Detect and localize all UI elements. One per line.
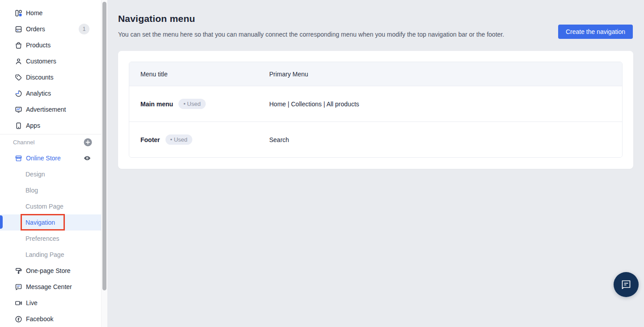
products-icon bbox=[15, 42, 22, 49]
sidebar-item-label: Live bbox=[26, 299, 38, 306]
orders-count-badge: 1 bbox=[79, 24, 89, 34]
navigation-menu-card: Menu title Primary Menu Main menu • Used… bbox=[118, 51, 633, 169]
message-icon bbox=[15, 283, 22, 291]
sidebar-item-message-center[interactable]: Message Center bbox=[0, 279, 101, 295]
table-header-row: Menu title Primary Menu bbox=[129, 62, 622, 86]
sidebar-item-label: Online Store bbox=[26, 155, 61, 162]
sidebar-item-label: Products bbox=[26, 42, 51, 49]
sidebar-item-orders[interactable]: Orders 1 bbox=[0, 21, 101, 37]
menu-title: Main menu bbox=[140, 101, 173, 108]
storefront-icon bbox=[15, 155, 22, 162]
sidebar-item-label: Customers bbox=[26, 58, 56, 65]
column-header-menu-title: Menu title bbox=[129, 62, 269, 86]
sidebar: Home Orders 1 Products bbox=[0, 0, 101, 327]
preview-store-button[interactable] bbox=[83, 154, 91, 162]
page-header: Navigation menu You can set the menu her… bbox=[118, 0, 633, 38]
main-content: Navigation menu You can set the menu her… bbox=[107, 0, 644, 327]
support-chat-button[interactable] bbox=[614, 272, 639, 297]
menu-title: Footer bbox=[140, 136, 160, 143]
create-navigation-button[interactable]: Create the navigation bbox=[558, 25, 633, 39]
customers-icon bbox=[15, 58, 22, 65]
sidebar-item-label: Discounts bbox=[26, 74, 53, 81]
channel-section-header: Channel bbox=[0, 134, 101, 150]
page-description: You can set the menu here so that you ca… bbox=[118, 31, 633, 38]
sidebar-item-analytics[interactable]: Analytics bbox=[0, 85, 101, 101]
sidebar-item-apps[interactable]: Apps bbox=[0, 117, 101, 134]
sidebar-item-home[interactable]: Home bbox=[0, 5, 101, 21]
used-badge: • Used bbox=[165, 134, 193, 145]
video-camera-icon bbox=[15, 299, 22, 307]
sidebar-item-label: Home bbox=[26, 9, 42, 17]
menu-table: Menu title Primary Menu Main menu • Used… bbox=[129, 62, 623, 158]
sidebar-scrollbar-thumb[interactable] bbox=[102, 2, 106, 290]
sub-item-label: Navigation bbox=[25, 219, 55, 226]
sidebar-item-blog[interactable]: Blog bbox=[0, 182, 101, 198]
sidebar-item-label: Facebook bbox=[26, 315, 53, 323]
sub-item-label: Design bbox=[25, 171, 45, 178]
discounts-icon bbox=[15, 74, 22, 81]
primary-menu-value: Home | Collections | All products bbox=[269, 101, 359, 108]
channel-label: Channel bbox=[13, 139, 34, 146]
sidebar-item-facebook[interactable]: Facebook bbox=[0, 311, 101, 327]
apps-icon bbox=[15, 122, 22, 130]
sub-item-label: Custom Page bbox=[25, 203, 64, 210]
sidebar-item-label: One-page Store bbox=[26, 267, 71, 274]
sub-item-label: Blog bbox=[25, 187, 38, 194]
active-item-indicator bbox=[0, 215, 3, 229]
plus-circle-icon bbox=[84, 138, 92, 147]
sidebar-item-landing-page[interactable]: Landing Page bbox=[0, 247, 101, 263]
sidebar-item-label: Apps bbox=[26, 122, 40, 129]
page-title: Navigation menu bbox=[118, 13, 633, 24]
sidebar-item-discounts[interactable]: Discounts bbox=[0, 69, 101, 85]
sidebar-item-design[interactable]: Design bbox=[0, 166, 101, 182]
sidebar-item-products[interactable]: Products bbox=[0, 37, 101, 53]
eye-icon bbox=[83, 154, 91, 162]
table-row[interactable]: Footer • Used Search bbox=[129, 122, 622, 157]
orders-icon bbox=[15, 25, 22, 33]
paint-roller-icon bbox=[15, 267, 22, 275]
chat-bubble-icon bbox=[620, 279, 632, 290]
sidebar-item-label: Orders bbox=[26, 25, 45, 33]
sidebar-item-one-page-store[interactable]: One-page Store bbox=[0, 263, 101, 279]
used-badge: • Used bbox=[178, 99, 206, 109]
sub-item-label: Landing Page bbox=[25, 251, 64, 258]
add-channel-button[interactable] bbox=[84, 138, 92, 147]
sidebar-item-customers[interactable]: Customers bbox=[0, 53, 101, 69]
sub-item-label: Preferences bbox=[25, 235, 59, 242]
advertisement-icon bbox=[15, 106, 22, 113]
sidebar-scrollbar-track bbox=[101, 0, 107, 327]
sidebar-item-live[interactable]: Live bbox=[0, 295, 101, 311]
sidebar-item-online-store[interactable]: Online Store bbox=[0, 150, 101, 166]
sidebar-item-navigation[interactable]: Navigation bbox=[0, 214, 101, 231]
home-icon bbox=[15, 9, 22, 17]
sidebar-item-custom-page[interactable]: Custom Page bbox=[0, 198, 101, 214]
sidebar-item-advertisement[interactable]: Advertisement bbox=[0, 101, 101, 117]
primary-menu-value: Search bbox=[269, 136, 289, 143]
column-header-primary-menu: Primary Menu bbox=[269, 62, 622, 86]
sidebar-item-label: Analytics bbox=[26, 90, 51, 97]
analytics-icon bbox=[15, 90, 22, 97]
table-row[interactable]: Main menu • Used Home | Collections | Al… bbox=[129, 86, 622, 122]
app-window: Home Orders 1 Products bbox=[0, 0, 644, 327]
sidebar-item-label: Message Center bbox=[26, 283, 72, 290]
sidebar-item-label: Advertisement bbox=[26, 106, 66, 113]
sidebar-item-preferences[interactable]: Preferences bbox=[0, 231, 101, 247]
facebook-icon bbox=[15, 315, 22, 323]
